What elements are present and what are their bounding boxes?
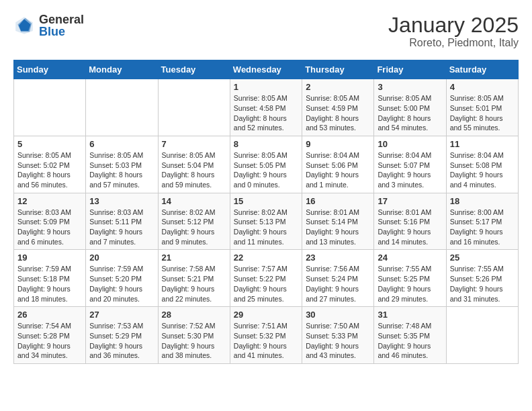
day-info: Sunrise: 8:05 AM Sunset: 5:01 PM Dayligh… — [450, 93, 515, 133]
calendar-cell: 22Sunrise: 7:57 AM Sunset: 5:22 PM Dayli… — [230, 250, 302, 307]
day-info: Sunrise: 7:52 AM Sunset: 5:30 PM Dayligh… — [162, 321, 226, 361]
day-number: 11 — [450, 139, 515, 149]
day-info: Sunrise: 7:59 AM Sunset: 5:20 PM Dayligh… — [89, 264, 154, 304]
day-info: Sunrise: 7:55 AM Sunset: 5:25 PM Dayligh… — [378, 264, 442, 304]
day-number: 3 — [378, 82, 442, 92]
calendar-cell: 9Sunrise: 8:04 AM Sunset: 5:06 PM Daylig… — [302, 136, 374, 193]
day-info: Sunrise: 8:03 AM Sunset: 5:11 PM Dayligh… — [89, 208, 154, 247]
day-info: Sunrise: 8:05 AM Sunset: 4:58 PM Dayligh… — [234, 93, 298, 133]
calendar-cell: 26Sunrise: 7:54 AM Sunset: 5:28 PM Dayli… — [14, 307, 86, 364]
day-info: Sunrise: 7:55 AM Sunset: 5:26 PM Dayligh… — [450, 264, 515, 304]
day-number: 7 — [162, 139, 226, 149]
calendar-cell — [446, 307, 518, 364]
logo-text: General Blue — [39, 13, 84, 38]
calendar-cell: 5Sunrise: 8:05 AM Sunset: 5:02 PM Daylig… — [14, 136, 86, 193]
day-number: 17 — [378, 196, 442, 206]
day-info: Sunrise: 7:48 AM Sunset: 5:35 PM Dayligh… — [378, 321, 442, 361]
calendar-cell: 17Sunrise: 8:01 AM Sunset: 5:16 PM Dayli… — [374, 193, 446, 250]
day-info: Sunrise: 8:05 AM Sunset: 5:05 PM Dayligh… — [234, 150, 298, 190]
calendar-cell — [86, 79, 158, 136]
day-info: Sunrise: 8:05 AM Sunset: 5:02 PM Dayligh… — [17, 150, 82, 190]
calendar-cell: 15Sunrise: 8:02 AM Sunset: 5:13 PM Dayli… — [230, 193, 302, 250]
day-number: 2 — [306, 82, 370, 92]
logo-blue: Blue — [39, 26, 84, 38]
weekday-header-sunday: Sunday — [14, 60, 86, 79]
day-info: Sunrise: 8:05 AM Sunset: 5:03 PM Dayligh… — [89, 150, 154, 190]
calendar-cell: 13Sunrise: 8:03 AM Sunset: 5:11 PM Dayli… — [86, 193, 158, 250]
day-info: Sunrise: 8:00 AM Sunset: 5:17 PM Dayligh… — [450, 208, 515, 247]
calendar-cell: 31Sunrise: 7:48 AM Sunset: 5:35 PM Dayli… — [374, 307, 446, 364]
weekday-header-friday: Friday — [374, 60, 446, 79]
day-info: Sunrise: 7:59 AM Sunset: 5:18 PM Dayligh… — [17, 264, 82, 304]
day-info: Sunrise: 8:03 AM Sunset: 5:09 PM Dayligh… — [17, 208, 82, 247]
logo: General Blue — [13, 13, 84, 38]
calendar-cell: 16Sunrise: 8:01 AM Sunset: 5:14 PM Dayli… — [302, 193, 374, 250]
day-number: 5 — [17, 139, 82, 149]
day-number: 31 — [378, 310, 442, 320]
day-number: 10 — [378, 139, 442, 149]
calendar-cell: 1Sunrise: 8:05 AM Sunset: 4:58 PM Daylig… — [230, 79, 302, 136]
day-info: Sunrise: 8:04 AM Sunset: 5:06 PM Dayligh… — [306, 150, 370, 190]
day-info: Sunrise: 7:58 AM Sunset: 5:21 PM Dayligh… — [162, 264, 226, 304]
day-number: 12 — [17, 196, 82, 206]
day-number: 28 — [162, 310, 226, 320]
calendar-table: SundayMondayTuesdayWednesdayThursdayFrid… — [13, 60, 519, 364]
day-number: 30 — [306, 310, 370, 320]
calendar-week-row: 12Sunrise: 8:03 AM Sunset: 5:09 PM Dayli… — [14, 193, 519, 250]
weekday-header-monday: Monday — [86, 60, 158, 79]
day-number: 20 — [89, 253, 154, 263]
day-number: 9 — [306, 139, 370, 149]
day-number: 19 — [17, 253, 82, 263]
day-info: Sunrise: 8:05 AM Sunset: 5:00 PM Dayligh… — [378, 93, 442, 133]
day-info: Sunrise: 8:02 AM Sunset: 5:13 PM Dayligh… — [234, 208, 298, 247]
calendar-body: 1Sunrise: 8:05 AM Sunset: 4:58 PM Daylig… — [14, 79, 519, 364]
day-info: Sunrise: 8:01 AM Sunset: 5:16 PM Dayligh… — [378, 208, 442, 247]
calendar-cell: 27Sunrise: 7:53 AM Sunset: 5:29 PM Dayli… — [86, 307, 158, 364]
day-number: 24 — [378, 253, 442, 263]
day-info: Sunrise: 7:51 AM Sunset: 5:32 PM Dayligh… — [234, 321, 298, 361]
title-block: January 2025 Roreto, Piedmont, Italy — [388, 13, 519, 49]
calendar-week-row: 1Sunrise: 8:05 AM Sunset: 4:58 PM Daylig… — [14, 79, 519, 136]
day-number: 26 — [17, 310, 82, 320]
day-number: 6 — [89, 139, 154, 149]
day-info: Sunrise: 8:05 AM Sunset: 4:59 PM Dayligh… — [306, 93, 370, 133]
day-info: Sunrise: 8:02 AM Sunset: 5:12 PM Dayligh… — [162, 208, 226, 247]
day-info: Sunrise: 8:04 AM Sunset: 5:07 PM Dayligh… — [378, 150, 442, 190]
calendar-cell — [14, 79, 86, 136]
calendar-cell: 2Sunrise: 8:05 AM Sunset: 4:59 PM Daylig… — [302, 79, 374, 136]
day-info: Sunrise: 7:56 AM Sunset: 5:24 PM Dayligh… — [306, 264, 370, 304]
calendar-cell: 25Sunrise: 7:55 AM Sunset: 5:26 PM Dayli… — [446, 250, 518, 307]
day-info: Sunrise: 7:57 AM Sunset: 5:22 PM Dayligh… — [234, 264, 298, 304]
day-number: 13 — [89, 196, 154, 206]
calendar-week-row: 5Sunrise: 8:05 AM Sunset: 5:02 PM Daylig… — [14, 136, 519, 193]
calendar-cell: 8Sunrise: 8:05 AM Sunset: 5:05 PM Daylig… — [230, 136, 302, 193]
calendar-cell: 28Sunrise: 7:52 AM Sunset: 5:30 PM Dayli… — [158, 307, 230, 364]
calendar-cell: 12Sunrise: 8:03 AM Sunset: 5:09 PM Dayli… — [14, 193, 86, 250]
logo-icon — [13, 15, 35, 36]
weekday-header-row: SundayMondayTuesdayWednesdayThursdayFrid… — [14, 60, 519, 79]
day-number: 14 — [162, 196, 226, 206]
calendar-cell: 19Sunrise: 7:59 AM Sunset: 5:18 PM Dayli… — [14, 250, 86, 307]
weekday-header-saturday: Saturday — [446, 60, 518, 79]
day-number: 18 — [450, 196, 515, 206]
calendar-header: SundayMondayTuesdayWednesdayThursdayFrid… — [14, 60, 519, 79]
day-number: 23 — [306, 253, 370, 263]
calendar-cell: 14Sunrise: 8:02 AM Sunset: 5:12 PM Dayli… — [158, 193, 230, 250]
calendar-cell: 24Sunrise: 7:55 AM Sunset: 5:25 PM Dayli… — [374, 250, 446, 307]
day-info: Sunrise: 7:54 AM Sunset: 5:28 PM Dayligh… — [17, 321, 82, 361]
weekday-header-wednesday: Wednesday — [230, 60, 302, 79]
calendar-cell: 11Sunrise: 8:04 AM Sunset: 5:08 PM Dayli… — [446, 136, 518, 193]
day-info: Sunrise: 7:50 AM Sunset: 5:33 PM Dayligh… — [306, 321, 370, 361]
day-info: Sunrise: 8:01 AM Sunset: 5:14 PM Dayligh… — [306, 208, 370, 247]
day-number: 21 — [162, 253, 226, 263]
calendar-cell: 18Sunrise: 8:00 AM Sunset: 5:17 PM Dayli… — [446, 193, 518, 250]
logo-general: General — [39, 13, 84, 26]
month-title: January 2025 — [388, 13, 519, 37]
day-info: Sunrise: 8:04 AM Sunset: 5:08 PM Dayligh… — [450, 150, 515, 190]
calendar-cell: 7Sunrise: 8:05 AM Sunset: 5:04 PM Daylig… — [158, 136, 230, 193]
calendar-week-row: 26Sunrise: 7:54 AM Sunset: 5:28 PM Dayli… — [14, 307, 519, 364]
day-number: 16 — [306, 196, 370, 206]
page-header: General Blue January 2025 Roreto, Piedmo… — [13, 13, 519, 49]
day-info: Sunrise: 7:53 AM Sunset: 5:29 PM Dayligh… — [89, 321, 154, 361]
day-number: 4 — [450, 82, 515, 92]
